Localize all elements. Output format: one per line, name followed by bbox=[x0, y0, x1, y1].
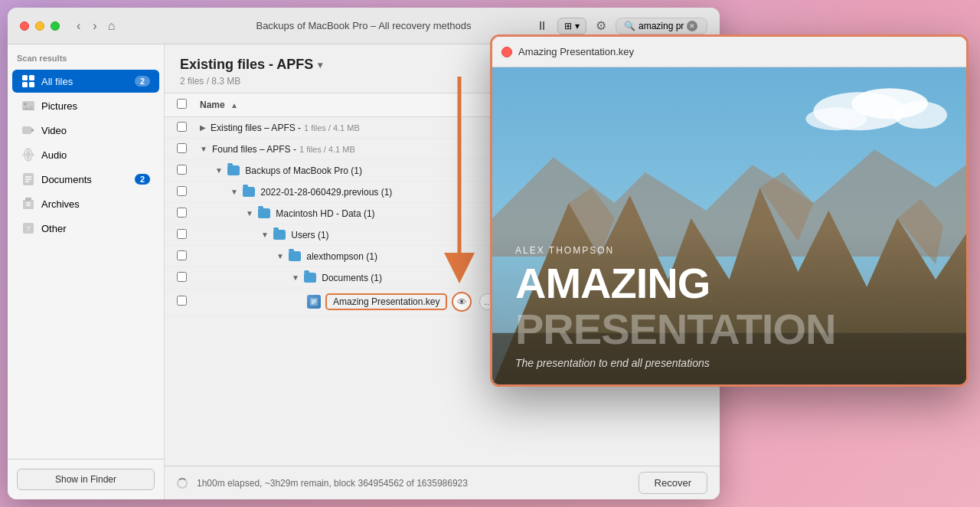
checkbox-users[interactable] bbox=[177, 229, 187, 239]
expand-arrow-alex[interactable]: ▼ bbox=[276, 252, 284, 260]
svg-point-5 bbox=[24, 103, 27, 106]
file-name-label: Amazing Presentation.key bbox=[325, 293, 447, 310]
svg-point-33 bbox=[893, 101, 947, 129]
folder-icon-docs bbox=[304, 273, 316, 283]
presentation-subtitle: The presentation to end all presentation… bbox=[515, 357, 943, 369]
search-bar: 🔍 amazing pr ✕ bbox=[616, 18, 707, 34]
expand-arrow-mac[interactable]: ▼ bbox=[246, 209, 253, 218]
sidebar-item-video[interactable]: Video bbox=[12, 119, 159, 142]
sidebar-label-documents: Documents bbox=[41, 174, 129, 185]
sidebar-section-label: Scan results bbox=[8, 44, 164, 69]
expand-arrow-found[interactable]: ▼ bbox=[200, 145, 207, 153]
grid-icon bbox=[21, 74, 35, 88]
minimize-button[interactable] bbox=[35, 21, 44, 31]
sidebar-label-archives: Archives bbox=[41, 198, 150, 210]
recover-button[interactable]: Recover bbox=[639, 472, 707, 494]
preview-close-button[interactable]: ✕ bbox=[501, 47, 512, 57]
sidebar-item-audio[interactable]: Audio bbox=[12, 143, 159, 166]
row-check-found bbox=[177, 142, 200, 156]
archives-icon bbox=[21, 197, 35, 211]
svg-rect-0 bbox=[22, 75, 28, 80]
sidebar-label-video: Video bbox=[41, 125, 150, 136]
row-check-existing bbox=[177, 121, 200, 135]
forward-button[interactable]: › bbox=[88, 18, 101, 34]
checkbox-found[interactable] bbox=[177, 143, 187, 153]
checkbox-backups[interactable] bbox=[177, 165, 187, 175]
traffic-lights bbox=[20, 21, 60, 31]
close-button[interactable] bbox=[20, 21, 29, 31]
show-finder-button[interactable]: Show in Finder bbox=[17, 469, 155, 490]
navigation-buttons: ‹ › bbox=[72, 18, 102, 34]
row-check-alex bbox=[177, 250, 200, 263]
panel-title-text: Existing files - APFS bbox=[180, 57, 313, 73]
keynote-icon-glyph bbox=[309, 297, 318, 306]
preview-eye-button[interactable]: 👁 bbox=[452, 292, 472, 312]
svg-rect-18 bbox=[25, 198, 31, 201]
view-button[interactable]: ⊞ ▾ bbox=[557, 18, 586, 34]
found-apfs-info: 1 files / 4.1 MB bbox=[299, 145, 355, 154]
checkbox-mac[interactable] bbox=[177, 208, 187, 218]
folder-icon-alex bbox=[289, 251, 301, 261]
row-check-backups bbox=[177, 164, 200, 178]
sidebar-label-pictures: Pictures bbox=[41, 100, 150, 112]
sidebar-badge-documents: 2 bbox=[135, 174, 150, 185]
title-line1: AMAZING bbox=[515, 262, 943, 305]
grid-view-icon: ⊞ bbox=[564, 21, 572, 31]
users-label: Users (1) bbox=[289, 230, 329, 240]
preview-title-bar: ✕ Amazing Presentation.key bbox=[492, 37, 966, 67]
status-bar: 1h00m elapsed, ~3h29m remain, block 3649… bbox=[165, 466, 720, 499]
sidebar-item-documents[interactable]: Documents 2 bbox=[12, 168, 159, 191]
sidebar-footer: Show in Finder bbox=[8, 459, 164, 499]
maximize-button[interactable] bbox=[51, 21, 60, 31]
keynote-file-icon bbox=[307, 295, 321, 309]
folder-icon-mac bbox=[258, 208, 270, 218]
expand-arrow-existing[interactable]: ▶ bbox=[200, 123, 206, 132]
svg-rect-2 bbox=[22, 82, 28, 87]
select-all-checkbox[interactable] bbox=[177, 99, 187, 109]
panel-title-dropdown-icon[interactable]: ▾ bbox=[318, 60, 322, 70]
preview-filename: Amazing Presentation.key bbox=[518, 46, 634, 57]
other-icon: ? bbox=[21, 221, 35, 235]
existing-apfs-label: Existing files – APFS - bbox=[211, 123, 301, 133]
row-check-docs bbox=[177, 271, 200, 285]
checkbox-file[interactable] bbox=[177, 296, 187, 306]
expand-arrow-users[interactable]: ▼ bbox=[261, 231, 269, 239]
svg-point-32 bbox=[805, 107, 867, 130]
sidebar-item-pictures[interactable]: Pictures bbox=[12, 94, 159, 117]
checkbox-date[interactable] bbox=[177, 186, 187, 196]
row-check-file bbox=[177, 295, 200, 309]
docs-label: Documents (1) bbox=[319, 273, 382, 283]
svg-rect-1 bbox=[29, 75, 34, 80]
sidebar-item-archives[interactable]: Archives bbox=[12, 192, 159, 215]
audio-icon bbox=[21, 148, 35, 162]
sidebar-label-audio: Audio bbox=[41, 149, 150, 161]
expand-arrow-backups[interactable]: ▼ bbox=[215, 166, 223, 175]
checkbox-alex[interactable] bbox=[177, 250, 187, 260]
window-title: Backups of MacBook Pro – All recovery me… bbox=[256, 20, 471, 31]
checkbox-docs[interactable] bbox=[177, 272, 187, 282]
checkbox-existing[interactable] bbox=[177, 122, 187, 132]
documents-icon bbox=[21, 172, 35, 186]
expand-arrow-docs[interactable]: ▼ bbox=[292, 273, 299, 282]
sort-icon[interactable]: ▲ bbox=[230, 101, 238, 110]
found-apfs-label: Found files – APFS - bbox=[212, 144, 296, 155]
sidebar-label-all-files: All files bbox=[41, 76, 129, 87]
presentation-overlay: ALEX THOMPSON AMAZING PRESENTATION The p… bbox=[492, 230, 966, 384]
row-check-date bbox=[177, 185, 200, 199]
clear-search-button[interactable]: ✕ bbox=[687, 21, 697, 31]
sidebar: Scan results All files 2 P bbox=[8, 44, 165, 499]
sidebar-item-other[interactable]: ? Other bbox=[12, 217, 159, 240]
name-column-label: Name bbox=[200, 100, 225, 110]
filter-button[interactable]: ⚙ bbox=[596, 18, 606, 33]
back-button[interactable]: ‹ bbox=[72, 18, 85, 34]
alex-label: alexthompson (1) bbox=[304, 251, 377, 262]
home-button[interactable]: ⌂ bbox=[108, 19, 116, 33]
sidebar-item-all-files[interactable]: All files 2 bbox=[12, 70, 159, 93]
mac-label: Macintosh HD - Data (1) bbox=[273, 208, 375, 219]
preview-popup: ✕ Amazing Presentation.key bbox=[490, 34, 969, 387]
expand-arrow-date[interactable]: ▼ bbox=[230, 188, 238, 196]
pause-button[interactable]: ⏸ bbox=[536, 19, 548, 33]
preview-image-area: ALEX THOMPSON AMAZING PRESENTATION The p… bbox=[492, 67, 966, 384]
svg-rect-7 bbox=[22, 126, 31, 134]
progress-spinner bbox=[177, 478, 188, 489]
